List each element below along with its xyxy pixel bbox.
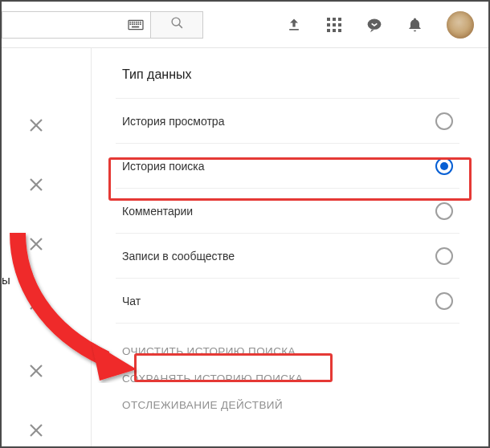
- section-title: Тип данных: [116, 67, 459, 82]
- svg-rect-7: [140, 21, 141, 22]
- close-icon[interactable]: [29, 423, 43, 438]
- upload-icon[interactable]: [286, 17, 302, 33]
- top-header: [2, 2, 488, 48]
- svg-point-27: [368, 18, 382, 29]
- option-label: Комментарии: [122, 205, 193, 218]
- header-icons: [286, 11, 474, 39]
- radio-icon: [435, 247, 453, 265]
- data-type-options: История просмотра История поиска Коммент…: [116, 98, 459, 323]
- svg-rect-6: [138, 21, 140, 22]
- svg-rect-17: [289, 29, 299, 31]
- search-button[interactable]: [150, 11, 203, 39]
- svg-rect-25: [333, 29, 336, 32]
- option-search-history[interactable]: История поиска: [116, 143, 459, 188]
- history-close-column: [2, 48, 92, 446]
- svg-rect-23: [338, 23, 341, 26]
- action-keep-search-history[interactable]: СОХРАНЯТЬ ИСТОРИЮ ПОИСКА: [116, 365, 309, 393]
- svg-rect-12: [138, 23, 140, 25]
- option-comments[interactable]: Комментарии: [116, 188, 459, 233]
- svg-rect-3: [132, 21, 133, 22]
- option-label: Чат: [122, 295, 141, 307]
- apps-icon[interactable]: [326, 17, 342, 33]
- close-icon[interactable]: [29, 237, 43, 251]
- svg-rect-20: [338, 18, 341, 21]
- radio-icon: [435, 202, 453, 220]
- svg-rect-14: [132, 26, 139, 27]
- search-input[interactable]: [2, 11, 150, 39]
- svg-rect-24: [327, 29, 330, 32]
- bell-icon[interactable]: [406, 17, 423, 33]
- svg-rect-18: [327, 18, 330, 21]
- svg-rect-4: [134, 21, 136, 22]
- avatar[interactable]: [447, 11, 474, 39]
- close-icon[interactable]: [29, 118, 43, 132]
- option-label: История просмотра: [122, 115, 224, 128]
- radio-icon: [435, 112, 453, 130]
- radio-icon: [435, 157, 453, 175]
- svg-rect-26: [338, 29, 341, 32]
- keyboard-icon[interactable]: [128, 19, 144, 31]
- svg-rect-5: [136, 21, 137, 22]
- svg-rect-11: [136, 23, 137, 25]
- svg-rect-22: [333, 23, 336, 26]
- search-icon: [170, 16, 184, 33]
- action-clear-search-history[interactable]: ОЧИСТИТЬ ИСТОРИЮ ПОИСКА: [116, 338, 302, 365]
- close-icon[interactable]: [29, 177, 43, 192]
- messages-icon[interactable]: [366, 17, 382, 33]
- option-label: Записи в сообществе: [122, 250, 235, 263]
- close-icon[interactable]: [29, 364, 43, 378]
- svg-rect-19: [333, 18, 336, 21]
- action-activity-tracking[interactable]: ОТСЛЕЖИВАНИЕ ДЕЙСТВИЙ: [116, 392, 289, 419]
- svg-rect-8: [130, 23, 132, 25]
- option-community-posts[interactable]: Записи в сообществе: [116, 233, 459, 278]
- option-chat[interactable]: Чат: [116, 278, 459, 323]
- search-box: [2, 11, 203, 39]
- option-view-history[interactable]: История просмотра: [116, 98, 459, 143]
- svg-point-15: [172, 18, 180, 26]
- radio-icon: [435, 292, 453, 310]
- content: Тип данных История просмотра История пои…: [2, 48, 488, 446]
- actions: ОЧИСТИТЬ ИСТОРИЮ ПОИСКА СОХРАНЯТЬ ИСТОРИ…: [116, 323, 459, 419]
- settings-panel: Тип данных История просмотра История пои…: [92, 48, 488, 446]
- truncated-text: ы: [2, 273, 10, 287]
- close-icon[interactable]: [29, 296, 43, 311]
- option-label: История поиска: [122, 160, 205, 173]
- svg-rect-10: [134, 23, 136, 25]
- svg-rect-2: [130, 21, 132, 22]
- svg-rect-21: [327, 23, 330, 26]
- svg-rect-13: [140, 23, 141, 25]
- svg-line-16: [178, 25, 182, 28]
- svg-rect-9: [132, 23, 133, 25]
